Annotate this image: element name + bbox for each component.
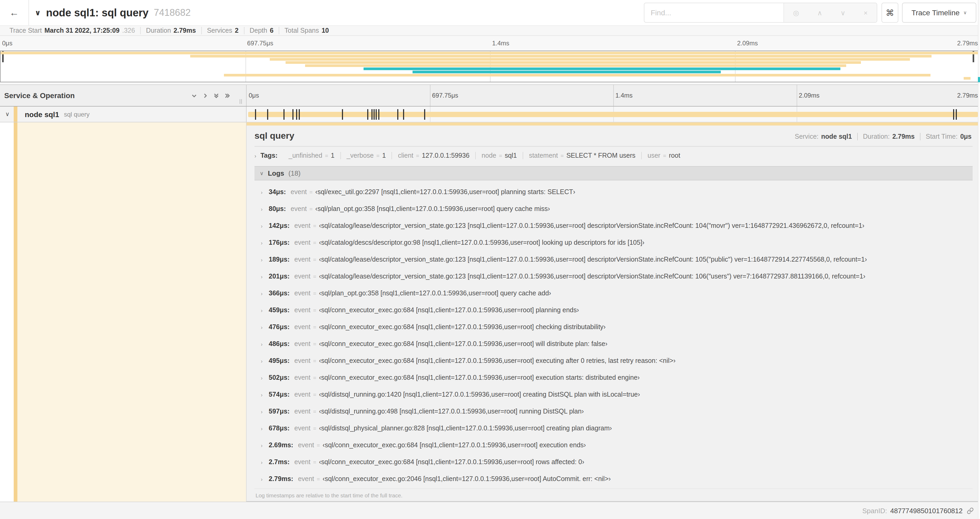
ruler-tick-label: 1.4ms bbox=[616, 85, 633, 106]
log-field-key: event bbox=[294, 239, 310, 246]
tag-value: sql1 bbox=[505, 152, 517, 159]
log-expand-chevron-icon[interactable]: › bbox=[261, 324, 269, 330]
log-expand-chevron-icon[interactable]: › bbox=[261, 409, 269, 414]
span-bar-cell[interactable] bbox=[246, 107, 980, 122]
deep-link-icon[interactable] bbox=[967, 507, 974, 514]
log-equals: = bbox=[313, 223, 316, 229]
log-expand-chevron-icon[interactable]: › bbox=[261, 341, 269, 347]
log-row[interactable]: › 201μs: event = ‹sql/catalog/lease/desc… bbox=[255, 268, 973, 285]
summary-item: Trace Start March 31 2022, 17:25:09 .326 bbox=[4, 27, 140, 34]
log-field-key: event bbox=[294, 391, 310, 398]
span-id-label: SpanID: bbox=[862, 506, 887, 514]
log-marker-tick bbox=[956, 109, 957, 120]
log-marker-tick bbox=[378, 109, 379, 120]
logs-header[interactable]: ∨ Logs (18) bbox=[255, 166, 973, 180]
log-field-key: event bbox=[294, 273, 310, 280]
log-marker-tick bbox=[299, 109, 300, 120]
collapse-one-icon[interactable] bbox=[191, 93, 197, 98]
log-field-value: ‹sql/conn_executor_exec.go:684 [nsql1,cl… bbox=[319, 357, 676, 364]
log-expand-chevron-icon[interactable]: › bbox=[261, 358, 269, 364]
ruler-tick-label: 697.75μs bbox=[432, 85, 458, 106]
log-expand-chevron-icon[interactable]: › bbox=[261, 442, 269, 448]
log-expand-chevron-icon[interactable]: › bbox=[261, 291, 269, 296]
next-match-icon[interactable]: ∨ bbox=[840, 9, 845, 17]
expand-all-icon[interactable] bbox=[224, 93, 230, 98]
collapse-all-icon[interactable] bbox=[213, 93, 219, 98]
page-scrollbar[interactable] bbox=[978, 0, 980, 519]
tag-key: statement bbox=[529, 152, 558, 159]
back-button[interactable]: ← bbox=[0, 0, 29, 25]
minimap-canvas[interactable] bbox=[0, 51, 980, 82]
log-marker-tick bbox=[296, 109, 297, 120]
log-row[interactable]: › 597μs: event = ‹sql/distsql_running.go… bbox=[255, 403, 973, 420]
tags-expand-chevron-icon[interactable]: › bbox=[255, 153, 256, 159]
log-field-value: ‹sql/conn_executor_exec.go:684 [nsql1,cl… bbox=[319, 340, 608, 348]
minimap-span-bar bbox=[224, 74, 931, 77]
span-collapse-chevron-icon[interactable]: ∨ bbox=[5, 107, 10, 122]
log-field-value: ‹sql/catalog/lease/descriptor_version_st… bbox=[319, 222, 864, 230]
log-row[interactable]: › 574μs: event = ‹sql/distsql_running.go… bbox=[255, 386, 973, 403]
trace-view-dropdown[interactable]: Trace Timeline ∨ bbox=[902, 3, 976, 23]
span-duration-bar[interactable] bbox=[248, 112, 978, 117]
log-row[interactable]: › 366μs: event = ‹sql/plan_opt.go:358 [n… bbox=[255, 285, 973, 302]
ruler-gridline bbox=[797, 85, 797, 106]
log-timestamp: 459μs: bbox=[269, 307, 290, 314]
log-row[interactable]: › 495μs: event = ‹sql/conn_executor_exec… bbox=[255, 352, 973, 369]
log-timestamp: 366μs: bbox=[269, 289, 290, 297]
log-row[interactable]: › 476μs: event = ‹sql/conn_executor_exec… bbox=[255, 319, 973, 335]
log-expand-chevron-icon[interactable]: › bbox=[261, 307, 269, 313]
chevron-down-icon: ∨ bbox=[963, 10, 967, 15]
log-field-key: event bbox=[298, 475, 314, 482]
prev-match-icon[interactable]: ∧ bbox=[817, 9, 822, 17]
tags-row[interactable]: › Tags: _unfinished = 1 _verbose bbox=[255, 152, 973, 159]
log-marker-tick bbox=[283, 109, 285, 120]
ruler-gridline bbox=[430, 85, 431, 106]
log-row[interactable]: › 189μs: event = ‹sql/catalog/lease/desc… bbox=[255, 251, 973, 268]
minimap-span-bar bbox=[364, 67, 841, 70]
minimap-span-bar bbox=[412, 71, 721, 73]
log-timestamp: 2.7ms: bbox=[269, 458, 290, 466]
find-input[interactable] bbox=[644, 3, 783, 22]
log-row[interactable]: › 678μs: event = ‹sql/distsql_physical_p… bbox=[255, 420, 973, 437]
keyboard-shortcuts-button[interactable]: ⌘ bbox=[881, 3, 898, 23]
log-row[interactable]: › 486μs: event = ‹sql/conn_executor_exec… bbox=[255, 335, 973, 352]
log-expand-chevron-icon[interactable]: › bbox=[261, 273, 269, 279]
minimap-span-bar bbox=[285, 61, 861, 64]
log-row[interactable]: › 502μs: event = ‹sql/conn_executor_exec… bbox=[255, 369, 973, 386]
clear-find-icon[interactable]: × bbox=[864, 9, 867, 17]
log-expand-chevron-icon[interactable]: › bbox=[261, 257, 269, 262]
log-expand-chevron-icon[interactable]: › bbox=[261, 240, 269, 246]
expand-one-icon[interactable] bbox=[202, 93, 208, 98]
log-expand-chevron-icon[interactable]: › bbox=[261, 459, 269, 465]
match-locate-icon[interactable]: ◎ bbox=[793, 9, 799, 17]
collapse-controls bbox=[191, 85, 230, 106]
ruler-tick-label: 2.09ms bbox=[799, 85, 819, 106]
trace-collapse-chevron-icon[interactable]: ∨ bbox=[35, 8, 41, 17]
log-expand-chevron-icon[interactable]: › bbox=[261, 375, 269, 380]
log-expand-chevron-icon[interactable]: › bbox=[261, 223, 269, 228]
log-equals: = bbox=[313, 425, 316, 431]
log-equals: = bbox=[313, 256, 316, 263]
log-expand-chevron-icon[interactable]: › bbox=[261, 476, 269, 482]
tag-key: client bbox=[398, 152, 413, 159]
column-resizer-grip[interactable] bbox=[240, 99, 242, 104]
log-row[interactable]: › 142μs: event = ‹sql/catalog/lease/desc… bbox=[255, 217, 973, 234]
log-expand-chevron-icon[interactable]: › bbox=[261, 189, 269, 195]
log-expand-chevron-icon[interactable]: › bbox=[261, 425, 269, 431]
span-name-cell[interactable]: ∨ node sql1 sql query bbox=[0, 107, 246, 122]
span-info-pair: Service: node sql1 bbox=[789, 133, 857, 140]
log-field-key: event bbox=[294, 256, 310, 263]
log-row[interactable]: › 459μs: event = ‹sql/conn_executor_exec… bbox=[255, 302, 973, 319]
log-row[interactable]: › 34μs: event = ‹sql/exec_util.go:2297 [… bbox=[255, 184, 973, 200]
tag-value: root bbox=[669, 152, 680, 159]
log-row[interactable]: › 2.7ms: event = ‹sql/conn_executor_exec… bbox=[255, 454, 973, 471]
log-expand-chevron-icon[interactable]: › bbox=[261, 391, 269, 398]
logs-collapse-chevron-icon[interactable]: ∨ bbox=[260, 170, 264, 176]
log-equals: = bbox=[313, 324, 316, 330]
log-row[interactable]: › 2.79ms: event = ‹sql/conn_executor_exe… bbox=[255, 471, 973, 487]
log-expand-chevron-icon[interactable]: › bbox=[261, 206, 269, 212]
tag-key: user bbox=[648, 152, 660, 159]
log-row[interactable]: › 2.69ms: event = ‹sql/conn_executor_exe… bbox=[255, 437, 973, 454]
log-row[interactable]: › 176μs: event = ‹sql/catalog/descs/desc… bbox=[255, 234, 973, 251]
log-row[interactable]: › 80μs: event = ‹sql/plan_opt.go:358 [ns… bbox=[255, 200, 973, 217]
